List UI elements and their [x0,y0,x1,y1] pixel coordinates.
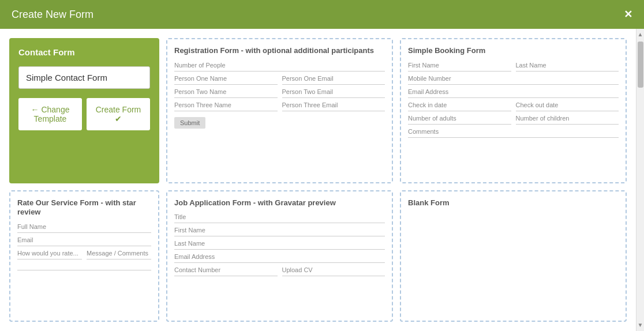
template-field-row: Person One Name Person One Email [174,75,385,85]
blank-form-title: Blank Form [408,198,619,208]
template-field: First Name [408,62,511,72]
template-field: Check in date [408,101,511,111]
template-field-row: First Name Last Name [408,62,619,72]
job-application-form-card[interactable]: Job Application Form - with Gravatar pre… [166,190,393,322]
change-template-button[interactable]: ← Change Template [18,98,82,130]
registration-form-title: Registration Form - with optional additi… [174,46,385,56]
modal-body: Contact Form ← Change Template Create Fo… [0,29,644,331]
contact-form-title: Contact Form [18,47,150,57]
simple-booking-form-card[interactable]: Simple Booking Form First Name Last Name… [400,38,627,183]
template-field: Full Name [17,223,151,233]
template-field-row: Person Three Name Person Three Email [174,101,385,111]
template-field-row: How would you rate... Message / Comments [17,250,151,259]
action-buttons: ← Change Template Create Form ✔ [18,98,150,130]
rate-form-title: Rate Our Service Form - with star review [17,198,151,218]
template-field: Last Name [174,240,385,250]
registration-form-card[interactable]: Registration Form - with optional additi… [166,38,393,183]
modal-title: Create New Form [12,9,93,21]
create-form-button[interactable]: Create Form ✔ [87,98,150,130]
template-field: Number of children [516,115,619,125]
template-field: Person One Email [282,75,385,85]
template-field: Contact Number [174,266,278,276]
template-field: First Name [174,227,385,236]
template-field: Person Two Name [174,88,278,98]
template-field: Email Address [174,253,385,263]
template-field: Person Two Email [282,88,385,98]
blank-form-card[interactable]: Blank Form [400,190,627,322]
template-field: Email Address [408,88,619,98]
template-field: Number of People [174,62,385,72]
scroll-up-arrow[interactable]: ▲ [638,30,643,39]
booking-form-title: Simple Booking Form [408,46,619,56]
template-field: How would you rate... [17,250,82,259]
close-button[interactable]: ✕ [624,8,632,21]
contact-form-panel: Contact Form ← Change Template Create Fo… [9,38,159,183]
template-field: Title [174,213,385,223]
template-field: Mobile Number [408,75,619,85]
modal: Create New Form ✕ Contact Form ← Change … [0,0,644,331]
scrollbar[interactable]: ▲ ▼ [636,29,644,331]
registration-submit-button[interactable]: Submit [174,117,205,129]
template-field: Person Three Email [282,101,385,111]
template-field: Check out date [516,101,619,111]
modal-content: Contact Form ← Change Template Create Fo… [0,29,636,331]
template-field: Person One Name [174,75,278,85]
template-field: Number of adults [408,115,511,125]
template-field: Last Name [516,62,619,72]
modal-header: Create New Form ✕ [0,0,644,29]
rate-service-form-card[interactable]: Rate Our Service Form - with star review… [9,190,159,322]
template-field: Comments [408,128,619,138]
template-field: Upload CV [282,266,385,276]
scrollbar-thumb[interactable] [638,42,643,88]
job-form-title: Job Application Form - with Gravatar pre… [174,198,385,208]
template-field: Email [17,236,151,246]
scroll-down-arrow[interactable]: ▼ [638,321,643,330]
template-field: Message / Comments [87,250,151,259]
template-field [17,268,151,270]
template-field-row: Person Two Name Person Two Email [174,88,385,98]
form-name-input[interactable] [18,66,150,89]
template-field-row: Check in date Check out date [408,101,619,111]
template-field-row: Number of adults Number of children [408,115,619,125]
template-field-row: Contact Number Upload CV [174,266,385,276]
template-field: Person Three Name [174,101,278,111]
